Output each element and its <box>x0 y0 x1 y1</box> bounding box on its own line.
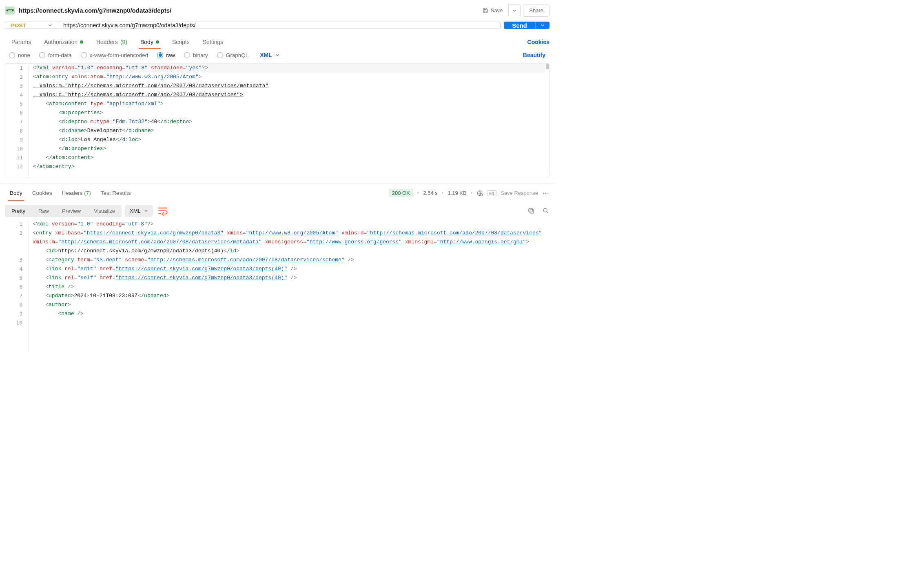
beautify-link[interactable]: Beautify <box>523 52 545 58</box>
method-select[interactable]: POST <box>5 22 58 29</box>
tab-authorization[interactable]: Authorization <box>38 35 90 49</box>
body-type-row: none form-data x-www-form-urlencoded raw… <box>0 49 554 58</box>
svg-point-2 <box>543 192 544 193</box>
response-size: 1.19 KB <box>448 190 466 196</box>
view-raw[interactable]: Raw <box>32 205 55 217</box>
svg-rect-6 <box>529 208 532 212</box>
status-dot-icon <box>80 40 83 44</box>
more-actions-icon[interactable] <box>542 190 550 197</box>
line-gutter: 123456789101112 <box>5 64 29 177</box>
save-response-button[interactable]: Save Response <box>501 190 538 196</box>
http-method-icon: HTTP <box>5 7 15 15</box>
svg-point-7 <box>543 208 547 212</box>
view-visualize[interactable]: Visualize <box>87 205 122 217</box>
response-tab-body[interactable]: Body <box>5 188 27 199</box>
tab-body[interactable]: Body <box>134 35 166 49</box>
method-label: POST <box>11 22 26 29</box>
tab-headers[interactable]: Headers (9) <box>90 35 134 49</box>
response-tab-headers[interactable]: Headers (7) <box>57 188 96 199</box>
body-xwww-radio[interactable]: x-www-form-urlencoded <box>81 52 148 58</box>
wrap-icon <box>156 204 169 217</box>
share-button[interactable]: Share <box>523 4 550 17</box>
scrollbar-thumb[interactable] <box>546 64 549 69</box>
body-none-radio[interactable]: none <box>9 52 30 58</box>
cookies-link[interactable]: Cookies <box>527 39 550 45</box>
response-header: Body Cookies Headers (7) Test Results 20… <box>0 183 554 199</box>
svg-point-1 <box>481 194 483 196</box>
view-pretty[interactable]: Pretty <box>5 205 32 217</box>
response-time: 2.54 s <box>423 190 437 196</box>
tab-scripts[interactable]: Scripts <box>166 35 196 49</box>
tab-header: HTTP https://connect.skyvia.com/g7mwznp0… <box>0 0 554 20</box>
body-raw-radio[interactable]: raw <box>157 52 175 58</box>
svg-rect-5 <box>530 210 534 213</box>
response-code[interactable]: <?xml version="1.0" encoding="utf-8"?><e… <box>29 220 550 352</box>
send-button[interactable]: Send <box>504 22 535 29</box>
request-bar: POST https://connect.skyvia.com/g7mwznp0… <box>0 20 554 30</box>
wrap-lines-button[interactable] <box>156 204 169 217</box>
response-view-bar: Pretty Raw Preview Visualize XML <box>0 199 554 217</box>
chevron-down-icon <box>144 209 148 213</box>
line-gutter: 12 345678910 <box>5 220 29 352</box>
search-icon[interactable] <box>542 207 550 214</box>
save-dropdown[interactable] <box>508 4 521 16</box>
url-input[interactable]: https://connect.skyvia.com/g7mwznp0/odat… <box>58 22 500 29</box>
svg-point-4 <box>547 192 548 193</box>
request-code[interactable]: <?xml version="1.0" encoding="utf-8" sta… <box>29 64 549 177</box>
chevron-down-icon <box>512 9 516 13</box>
tab-settings[interactable]: Settings <box>196 35 230 49</box>
body-formdata-radio[interactable]: form-data <box>39 52 72 58</box>
svg-point-3 <box>545 192 546 193</box>
chevron-down-icon <box>48 23 52 27</box>
chevron-down-icon <box>275 53 279 57</box>
chevron-down-icon <box>541 23 545 27</box>
response-tab-testresults[interactable]: Test Results <box>96 188 136 199</box>
response-format-select[interactable]: XML <box>125 205 153 217</box>
send-dropdown[interactable] <box>535 22 550 29</box>
request-tabs: Params Authorization Headers (9) Body Sc… <box>0 35 554 49</box>
request-title: https://connect.skyvia.com/g7mwznp0/odat… <box>19 7 476 14</box>
body-graphql-radio[interactable]: GraphQL <box>217 52 249 58</box>
request-body-editor[interactable]: 123456789101112 <?xml version="1.0" enco… <box>5 63 550 177</box>
body-lang-select[interactable]: XML <box>260 52 279 58</box>
status-dot-icon <box>156 40 159 44</box>
tab-params[interactable]: Params <box>5 35 38 49</box>
network-icon[interactable] <box>476 190 483 196</box>
view-preview[interactable]: Preview <box>55 205 87 217</box>
save-icon <box>482 7 488 13</box>
response-tab-cookies[interactable]: Cookies <box>27 188 57 199</box>
response-body-viewer[interactable]: 12 345678910 <?xml version="1.0" encodin… <box>5 220 550 352</box>
status-badge: 200 OK <box>389 189 413 197</box>
body-binary-radio[interactable]: binary <box>184 52 208 58</box>
example-badge-icon: e.g. <box>487 190 496 196</box>
save-button[interactable]: Save <box>476 4 509 16</box>
copy-icon[interactable] <box>527 207 535 214</box>
